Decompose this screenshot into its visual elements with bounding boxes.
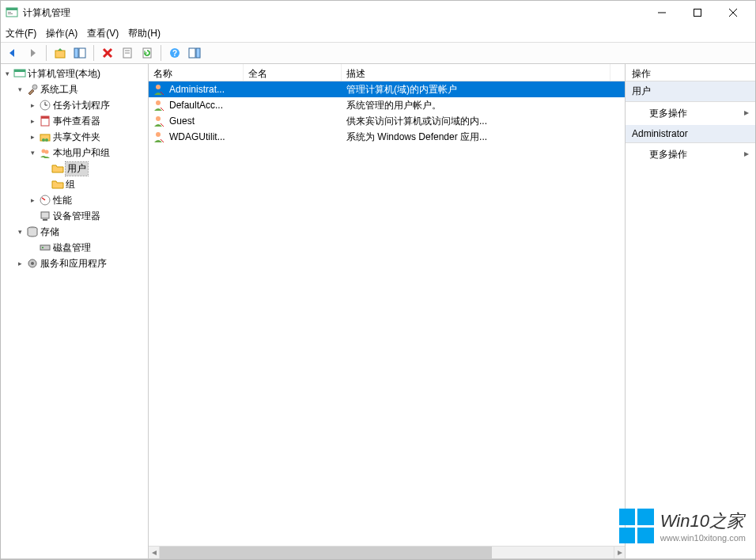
back-button[interactable] <box>4 44 21 62</box>
help-button[interactable]: ? <box>166 44 183 62</box>
show-hide-tree-button[interactable] <box>71 44 89 62</box>
svg-point-44 <box>156 116 161 121</box>
expand-icon[interactable]: ▸ <box>28 195 37 205</box>
svg-point-23 <box>32 85 37 89</box>
actions-section-administrator[interactable]: Administrator <box>626 125 755 143</box>
svg-rect-38 <box>40 245 50 250</box>
toolbar: ? <box>1 42 755 64</box>
tree-root[interactable]: ▾ 计算机管理(本地) <box>2 66 148 81</box>
svg-rect-35 <box>41 212 49 218</box>
expand-icon[interactable]: ▸ <box>28 132 37 142</box>
tree-device-manager[interactable]: 设备管理器 <box>28 208 148 224</box>
cell-name: Guest <box>164 115 244 127</box>
expand-icon[interactable]: ▸ <box>15 259 25 268</box>
list-row[interactable]: Guest供来宾访问计算机或访问域的内... <box>149 113 625 129</box>
svg-rect-3 <box>8 13 13 14</box>
actions-more-2[interactable]: 更多操作 ▸ <box>626 143 755 166</box>
tree-users[interactable]: 用户 <box>40 161 148 176</box>
expand-icon[interactable]: ▾ <box>15 85 25 94</box>
app-icon <box>6 6 18 19</box>
tree-task-scheduler[interactable]: ▸任务计划程序 <box>28 97 148 113</box>
minimize-button[interactable] <box>644 2 679 24</box>
expand-icon[interactable]: ▾ <box>2 69 12 78</box>
svg-point-30 <box>42 138 45 142</box>
horizontal-scrollbar[interactable]: ◂ ▸ <box>149 546 625 558</box>
column-description[interactable]: 描述 <box>342 64 610 81</box>
svg-rect-20 <box>196 48 200 58</box>
clock-icon <box>39 99 51 112</box>
watermark-sub: www.win10xitong.com <box>660 533 746 543</box>
user-icon <box>152 99 164 112</box>
svg-rect-10 <box>79 48 85 58</box>
column-fullname[interactable]: 全名 <box>244 64 342 81</box>
expand-icon[interactable]: ▾ <box>28 148 37 157</box>
watermark: Win10之家 www.win10xitong.com <box>619 509 746 543</box>
svg-point-33 <box>45 150 49 154</box>
forward-button[interactable] <box>24 44 41 62</box>
tree-local-users-groups[interactable]: ▾本地用户和组 <box>28 145 148 161</box>
svg-rect-29 <box>40 134 50 141</box>
user-icon <box>152 83 164 96</box>
chevron-right-icon: ▸ <box>744 107 749 118</box>
close-button[interactable] <box>715 2 750 24</box>
titlebar: 计算机管理 <box>1 1 755 25</box>
tree-system-tools[interactable]: ▾ 系统工具 <box>15 81 148 97</box>
svg-rect-28 <box>41 116 49 119</box>
windows-logo-icon <box>619 509 654 543</box>
cell-description: 管理计算机(域)的内置帐户 <box>342 83 610 96</box>
watermark-main: Win10之家 <box>660 511 744 531</box>
properties-button[interactable] <box>119 44 136 62</box>
disk-icon <box>39 241 51 254</box>
folder-icon <box>51 178 64 191</box>
tree-pane[interactable]: ▾ 计算机管理(本地) ▾ 系统工具 <box>1 64 149 558</box>
tree-event-viewer[interactable]: ▸事件查看器 <box>28 113 148 129</box>
svg-rect-5 <box>694 9 701 17</box>
expand-icon[interactable]: ▾ <box>15 227 25 236</box>
column-name[interactable]: 名称 <box>149 64 244 81</box>
tree-services-apps[interactable]: ▸服务和应用程序 <box>15 255 148 271</box>
menubar: 文件(F) 操作(A) 查看(V) 帮助(H) <box>1 25 755 42</box>
tree-disk-management[interactable]: 磁盘管理 <box>28 240 148 255</box>
list-row[interactable]: Administrat...管理计算机(域)的内置帐户 <box>149 81 625 97</box>
delete-button[interactable] <box>99 44 116 62</box>
expand-icon[interactable]: ▸ <box>28 100 37 110</box>
svg-rect-19 <box>189 48 195 58</box>
tree-shared-folders[interactable]: ▸共享文件夹 <box>28 129 148 145</box>
list-row[interactable]: DefaultAcc...系统管理的用户帐户。 <box>149 97 625 113</box>
svg-rect-1 <box>6 8 17 10</box>
cell-description: 系统为 Windows Defender 应用... <box>342 131 610 144</box>
up-level-button[interactable] <box>51 44 69 62</box>
action-pane-button[interactable] <box>186 44 203 62</box>
menu-view[interactable]: 查看(V) <box>87 27 119 40</box>
list-row[interactable]: WDAGUtilit...系统为 Windows Defender 应用... <box>149 129 625 145</box>
expand-icon[interactable]: ▸ <box>28 116 37 126</box>
svg-point-31 <box>45 138 48 142</box>
storage-icon <box>26 225 39 238</box>
svg-point-39 <box>42 247 43 248</box>
actions-section-users[interactable]: 用户 <box>626 81 755 102</box>
svg-point-41 <box>31 262 34 265</box>
menu-action[interactable]: 操作(A) <box>46 27 77 40</box>
cell-description: 供来宾访问计算机或访问域的内... <box>342 115 610 128</box>
tree-performance[interactable]: ▸性能 <box>28 192 148 208</box>
svg-rect-22 <box>14 70 25 72</box>
shared-folder-icon <box>39 131 51 143</box>
refresh-button[interactable] <box>138 44 156 62</box>
menu-help[interactable]: 帮助(H) <box>128 27 161 40</box>
svg-text:?: ? <box>172 49 177 58</box>
maximize-button[interactable] <box>679 2 715 24</box>
actions-more-1[interactable]: 更多操作 ▸ <box>626 102 755 125</box>
svg-rect-8 <box>55 51 65 58</box>
list-header: 名称 全名 描述 <box>149 64 625 81</box>
list-body[interactable]: Administrat...管理计算机(域)的内置帐户DefaultAcc...… <box>149 81 625 546</box>
tree-storage[interactable]: ▾存储 <box>15 224 148 240</box>
event-icon <box>39 115 51 127</box>
tree-groups[interactable]: 组 <box>40 176 148 192</box>
users-icon <box>39 146 51 159</box>
cell-description: 系统管理的用户帐户。 <box>342 99 610 112</box>
computer-mgmt-icon <box>13 67 26 80</box>
services-icon <box>26 257 39 270</box>
user-icon <box>152 131 164 143</box>
chevron-right-icon: ▸ <box>744 148 749 159</box>
menu-file[interactable]: 文件(F) <box>6 27 36 40</box>
